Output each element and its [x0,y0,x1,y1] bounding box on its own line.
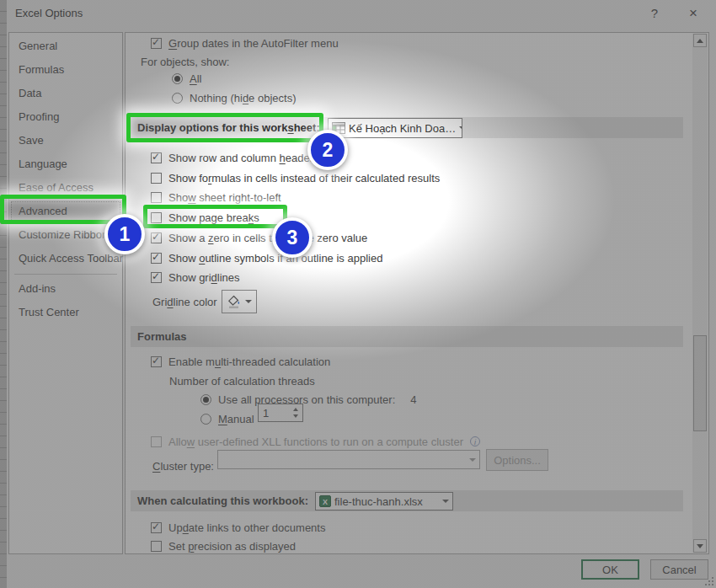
cluster-options-button: Options... [486,449,548,471]
worksheet-selector-dropdown[interactable]: Kế Hoạch Kinh Doa… [328,118,462,138]
checkbox-label: Allow user-defined XLL functions to run … [168,436,463,448]
chevron-down-icon[interactable] [293,414,298,418]
checkbox-label: Show outline symbols if an outline is ap… [168,252,382,265]
background-app-strip [0,0,7,588]
checkbox [151,436,162,447]
checkbox[interactable] [151,522,162,533]
show-rtl-row[interactable]: Show sheet right-to-left [151,189,281,206]
checkbox[interactable] [151,192,162,203]
chevron-down-icon [459,126,462,130]
cluster-type-dropdown [217,450,480,469]
sidebar-item-data[interactable]: Data [9,82,122,105]
triangle-up-icon [697,39,703,43]
stepper-value: 1 [263,407,269,420]
checkbox-label: Group dates in the AutoFilter menu [168,37,339,50]
checkbox[interactable] [151,356,162,367]
update-links-row[interactable]: Update links to other documents [151,519,325,536]
sidebar-item-trust-center[interactable]: Trust Center [9,301,122,324]
chevron-down-icon [442,500,449,503]
objects-nothing-radio-row[interactable]: Nothing (hide objects) [172,89,296,106]
sidebar: General Formulas Data Proofing Save Lang… [8,32,123,554]
close-icon[interactable]: × [681,3,706,24]
checkbox-label: Show gridlines [168,271,240,284]
options-panel: Group dates in the AutoFilter menu For o… [125,32,709,554]
show-headers-row[interactable]: Show row and column headers [151,149,319,166]
step-badge-3: 3 [272,217,313,258]
section-title: When calculating this workbook: [137,494,308,507]
sidebar-item-save[interactable]: Save [9,129,122,152]
sidebar-item-general[interactable]: General [9,35,122,58]
radio[interactable] [172,93,183,104]
stepper-arrows[interactable] [289,408,302,418]
formulas-section-header: Formulas [131,326,683,347]
checkbox[interactable] [151,253,162,264]
chevron-down-icon [245,300,252,303]
checkbox[interactable] [151,173,162,184]
highlight-box-advanced [0,195,126,224]
gridline-color-label: Gridline color [152,293,217,310]
highlight-box-display-options [126,113,323,142]
sidebar-item-language[interactable]: Language [9,152,122,176]
step-badge-2: 2 [307,130,348,170]
checkbox-label: Show row and column headers [168,152,319,164]
manual-threads-stepper[interactable]: 1 [258,404,303,422]
radio[interactable] [200,394,211,405]
use-all-processors-row[interactable]: Use all processors on this computer: 4 [200,391,417,408]
paint-bucket-icon [227,295,242,309]
radio-label: Nothing (hide objects) [190,92,296,104]
checkbox-label: Show a zero in cells that have zero valu… [168,232,367,244]
resize-grip[interactable] [705,577,713,585]
radio[interactable] [200,414,211,425]
manual-threads-row[interactable]: Manual [200,410,254,427]
checkbox[interactable] [151,233,162,243]
info-icon: i [470,436,480,446]
scroll-up-button[interactable] [693,34,707,47]
dialog-title: Excel Options [15,7,83,19]
show-formulas-row[interactable]: Show formulas in cells instead of their … [151,169,440,186]
cancel-button[interactable]: Cancel [650,559,708,580]
highlight-box-show-page-breaks [143,205,287,228]
ok-button[interactable]: OK [581,559,639,580]
chevron-up-icon[interactable] [293,408,298,411]
checkbox-label: Update links to other documents [168,521,325,534]
checkbox-label: Set precision as displayed [168,540,296,553]
scrollbar-thumb[interactable] [693,335,707,431]
checkbox-label: Show formulas in cells instead of their … [168,172,440,184]
section-title: Formulas [137,330,187,343]
triangle-down-icon [697,544,703,548]
gridline-color-picker[interactable] [222,290,257,313]
set-precision-row[interactable]: Set precision as displayed [151,537,296,554]
selected-worksheet: Kế Hoạch Kinh Doa… [349,122,456,135]
show-outline-row[interactable]: Show outline symbols if an outline is ap… [151,249,382,266]
svg-text:X: X [323,498,328,506]
selected-workbook: file-thuc-hanh.xlsx [334,495,423,508]
threads-label: Number of calculation threads [169,372,315,389]
screen: Excel Options ? × General Formulas Data … [0,0,716,588]
radio-label: All [190,72,201,85]
checkbox[interactable] [151,38,162,49]
scroll-down-button[interactable] [693,539,707,553]
show-zero-row[interactable]: Show a zero in cells that have zero valu… [151,229,367,246]
sidebar-item-formulas[interactable]: Formulas [9,58,122,82]
workbook-selector-dropdown[interactable]: X file-thuc-hanh.xlsx [315,492,453,510]
scrollbar[interactable] [692,34,708,553]
group-dates-checkbox-row[interactable]: Group dates in the AutoFilter menu [151,35,339,51]
radio-label: Use all processors on this computer: [218,393,395,406]
processor-count: 4 [410,393,416,406]
chevron-down-icon [469,458,476,462]
help-icon[interactable]: ? [642,3,667,24]
enable-multithreaded-row[interactable]: Enable multi-threaded calculation [151,353,330,370]
checkbox[interactable] [151,272,162,283]
checkbox[interactable] [151,152,162,163]
for-objects-label: For objects, show: [141,53,230,70]
sidebar-item-quick-access-toolbar[interactable]: Quick Access Toolbar [9,247,122,270]
checkbox[interactable] [151,541,162,552]
objects-all-radio-row[interactable]: All [172,70,201,87]
sidebar-item-proofing[interactable]: Proofing [9,105,122,129]
show-gridlines-row[interactable]: Show gridlines [151,269,240,286]
sidebar-divider [14,274,117,275]
radio[interactable] [172,73,183,84]
cluster-type-label: Cluster type: [152,457,214,474]
sidebar-item-add-ins[interactable]: Add-ins [9,277,122,301]
radio-label: Manual [218,413,254,425]
